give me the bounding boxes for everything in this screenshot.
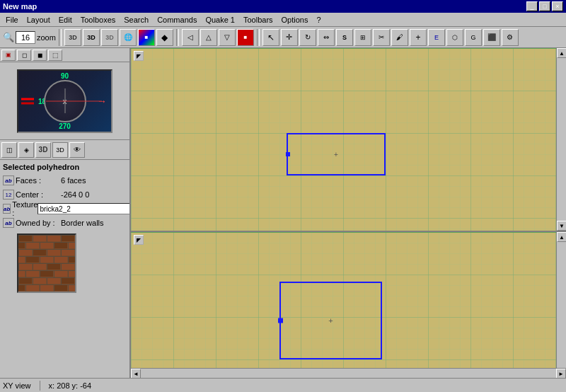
tb-btn-3d-1[interactable]: 3D	[64, 29, 81, 46]
zoom-label: zoom	[37, 33, 56, 42]
menubar: File Layout Edit Toolboxes Search Comman…	[0, 13, 566, 27]
view-btn-1[interactable]: ▣	[1, 50, 16, 61]
left-tools: ◫ ◈ 3D 3D 👁	[0, 140, 129, 160]
close-button[interactable]: ×	[552, 1, 563, 11]
menu-file[interactable]: File	[1, 14, 23, 25]
lt-btn-eye[interactable]: 👁	[69, 142, 85, 158]
tb-btn-arrow-up[interactable]: △	[200, 29, 217, 46]
view-btn-3[interactable]: ◼	[33, 50, 47, 61]
top-box: +	[287, 133, 386, 175]
prop-label-faces: Faces :	[16, 176, 59, 185]
tb-btn-clip[interactable]: ✂	[373, 29, 390, 46]
bottom-box: +	[279, 282, 382, 359]
bottom-hscroll-left[interactable]: ◄	[131, 369, 141, 378]
compass-area: 90 270 180 x →	[0, 62, 129, 140]
prop-icon-center: 12	[3, 190, 14, 200]
toolbar-separator-3	[257, 29, 260, 46]
title-text: New map	[3, 2, 37, 11]
tb-btn-globe[interactable]: 🌐	[120, 29, 137, 46]
bottom-viewport-nav: ◤	[134, 235, 144, 245]
tb-btn-rotate[interactable]: ↻	[299, 29, 316, 46]
tb-btn-scale[interactable]: ⇔	[318, 29, 335, 46]
tb-btn-stretch[interactable]: ⊞	[354, 29, 371, 46]
menu-edit[interactable]: Edit	[54, 14, 76, 25]
properties-panel: Selected polyhedron ab Faces : 6 faces 1…	[0, 160, 129, 378]
tb-btn-red-box[interactable]: ■	[237, 29, 254, 46]
left-panel: ▣ ◻ ◼ ⬚ 90 270 180 x	[0, 48, 131, 378]
statusbar: XY view x: 208 y: -64	[0, 378, 566, 392]
menu-toolboxes[interactable]: Toolboxes	[76, 14, 120, 25]
tb-btn-tool1[interactable]: ◆	[156, 29, 173, 46]
status-view: XY view	[3, 381, 31, 390]
viewport-area: + ▲ ▼ ◤	[131, 48, 566, 378]
texture-input[interactable]	[37, 203, 131, 214]
prop-label-owned: Owned by :	[16, 219, 59, 227]
tb-btn-move[interactable]: ✛	[281, 29, 298, 46]
tb-btn-group[interactable]: G	[465, 29, 482, 46]
bottom-hscroll-right[interactable]: ►	[556, 369, 566, 378]
view-btn-4[interactable]: ⬚	[48, 50, 62, 61]
tb-btn-entity[interactable]: E	[428, 29, 445, 46]
prop-row-faces: ab Faces : 6 faces	[3, 174, 127, 187]
tb-btn-select[interactable]: ↖	[262, 29, 279, 46]
tb-btn-3d-2[interactable]: 3D	[83, 29, 100, 46]
top-box-center: +	[334, 151, 338, 158]
tb-btn-arrow-down[interactable]: ▽	[219, 29, 236, 46]
menu-quake1[interactable]: Quake 1	[201, 14, 239, 25]
bottom-hscrollbar: ◄ ►	[131, 368, 566, 378]
prop-icon-faces: ab	[3, 175, 14, 185]
bottom-vscroll-track[interactable]	[557, 242, 566, 368]
tb-btn-add[interactable]: +	[410, 29, 427, 46]
prop-label-center: Center :	[16, 190, 59, 199]
viewport-top[interactable]: + ▲ ▼ ◤	[131, 48, 566, 232]
compass-label-270: 270	[59, 122, 71, 130]
compass-display: 90 270 180 x →	[17, 69, 112, 133]
tb-btn-arrow-left[interactable]: ◁	[182, 29, 199, 46]
main-area: ▣ ◻ ◼ ⬚ 90 270 180 x	[0, 48, 566, 378]
menu-layout[interactable]: Layout	[23, 14, 54, 25]
zoom-input[interactable]	[16, 31, 35, 44]
tb-btn-config[interactable]: ⚙	[502, 29, 519, 46]
prop-value-center: -264 0 0	[59, 190, 127, 200]
tb-btn-skew[interactable]: S	[336, 29, 353, 46]
tb-btn-paint[interactable]: 🖌	[391, 29, 408, 46]
tb-btn-misc[interactable]: ⬛	[483, 29, 500, 46]
bottom-hscroll-track[interactable]	[141, 369, 556, 378]
texture-preview	[17, 234, 76, 293]
lt-btn-3d-outline[interactable]: 3D	[52, 142, 68, 158]
prop-value-owned: Border walls	[59, 218, 127, 228]
compass-label-90: 90	[61, 72, 69, 80]
prop-icon-owned: ab	[3, 218, 14, 228]
top-vscroll-track[interactable]	[557, 58, 566, 221]
maximize-button[interactable]: □	[539, 1, 550, 11]
titlebar-controls: _ □ ×	[526, 1, 563, 11]
tb-btn-poly[interactable]: ⬡	[446, 29, 463, 46]
lt-btn-2[interactable]: ◈	[18, 142, 34, 158]
titlebar: New map _ □ ×	[0, 0, 566, 13]
viewport-bottom[interactable]: + ▲ ▼ ◄ ► ◤	[131, 232, 566, 378]
view-btn-2[interactable]: ◻	[17, 50, 31, 61]
prop-row-center: 12 Center : -264 0 0	[3, 188, 127, 201]
tb-btn-color[interactable]: ■	[138, 29, 155, 46]
menu-options[interactable]: Options	[277, 14, 313, 25]
lt-btn-cube[interactable]: 3D	[35, 142, 51, 158]
bottom-vscroll-up[interactable]: ▲	[557, 232, 566, 242]
top-nav-btn[interactable]: ◤	[134, 51, 144, 61]
lt-btn-1[interactable]: ◫	[1, 142, 17, 158]
top-vscroll-down[interactable]: ▼	[557, 221, 566, 231]
menu-toolbars[interactable]: Toolbars	[239, 14, 277, 25]
top-vscroll-up[interactable]: ▲	[557, 48, 566, 58]
menu-search[interactable]: Search	[120, 14, 153, 25]
properties-title: Selected polyhedron	[3, 163, 127, 171]
bottom-vscrollbar: ▲ ▼	[556, 232, 566, 378]
toolbar-separator-1	[59, 29, 62, 46]
toolbar: 🔍 zoom 3D 3D 3D 🌐 ■ ◆ ◁ △ ▽ ■ ↖ ✛ ↻ ⇔ S …	[0, 27, 566, 48]
minimize-button[interactable]: _	[526, 1, 538, 11]
zoom-control: 🔍 zoom	[3, 31, 56, 44]
menu-help[interactable]: ?	[312, 14, 325, 25]
menu-commands[interactable]: Commands	[153, 14, 201, 25]
bottom-box-handle-left	[278, 318, 283, 323]
prop-row-texture: ab Texture : ▼	[3, 202, 127, 215]
tb-btn-3d-3[interactable]: 3D	[101, 29, 118, 46]
bottom-nav-btn[interactable]: ◤	[134, 235, 144, 245]
